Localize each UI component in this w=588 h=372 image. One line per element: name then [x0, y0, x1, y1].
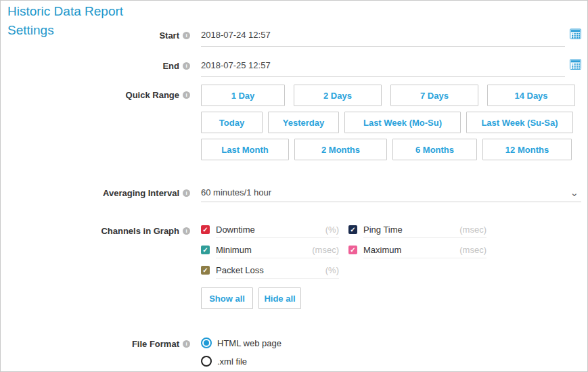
checkbox-checked[interactable]: ✓: [348, 246, 357, 254]
checkmark-icon: ✓: [202, 246, 208, 254]
settings-form: Starti 2018-07-24 12:57: [1, 25, 587, 372]
channel-ping-time: ✓ Ping Time (msec): [348, 225, 487, 238]
channel-grid: ✓ Downtime (%) ✓ Ping Time (msec): [201, 225, 581, 279]
quick-range-14-days-button[interactable]: 14 Days: [487, 85, 575, 106]
show-all-button[interactable]: Show all: [201, 287, 253, 309]
file-format-label-cell: File Formati: [1, 338, 190, 349]
end-row: Endi 2018-07-25 12:57: [1, 55, 587, 77]
quick-range-6-months-button[interactable]: 6 Months: [392, 139, 477, 160]
info-icon[interactable]: i: [183, 340, 190, 348]
channels-label-cell: Channels in Graphi: [1, 225, 190, 236]
radio-label: HTML web page: [217, 338, 281, 348]
file-format-options: HTML web page .xml file .csv file: [201, 338, 581, 372]
channel-label: Packet Loss: [216, 265, 264, 275]
end-label: End: [162, 61, 179, 71]
start-label: Start: [159, 30, 179, 41]
checkmark-icon: ✓: [202, 225, 208, 234]
end-date-input[interactable]: 2018-07-25 12:57: [201, 55, 565, 77]
end-control: 2018-07-25 12:57: [201, 55, 581, 77]
start-label-cell: Starti: [1, 25, 190, 41]
quick-range-today-button[interactable]: Today: [201, 112, 263, 133]
channel-downtime: ✓ Downtime (%): [201, 225, 339, 238]
info-icon[interactable]: i: [183, 91, 190, 99]
radio-unselected-icon[interactable]: [201, 356, 212, 367]
show-hide-buttons: Show all Hide all: [201, 287, 581, 309]
averaging-interval-label: Averaging Interval: [103, 188, 179, 198]
quick-range-buttons: 1 Day 2 Days 7 Days 14 Days Today Yester…: [201, 85, 581, 166]
channel-packet-loss: ✓ Packet Loss (%): [201, 265, 339, 279]
calendar-icon[interactable]: [570, 59, 581, 70]
channel-maximum: ✓ Maximum (msec): [348, 245, 487, 258]
file-format-label: File Format: [132, 339, 179, 349]
channel-unit: (msec): [459, 225, 487, 235]
quick-range-last-week-mo-su-button[interactable]: Last Week (Mo-Su): [344, 112, 461, 133]
hide-all-button[interactable]: Hide all: [258, 287, 301, 309]
channels-row: Channels in Graphi ✓ Downtime (%) ✓: [1, 225, 587, 309]
radio-selected-icon[interactable]: [201, 338, 212, 348]
page-title-line1: Historic Data Report: [7, 2, 163, 21]
quick-range-7-days-button[interactable]: 7 Days: [390, 85, 478, 106]
quick-range-yesterday-button[interactable]: Yesterday: [268, 112, 339, 133]
quick-range-row: Quick Rangei 1 Day 2 Days 7 Days 14 Days…: [1, 85, 587, 166]
end-label-cell: Endi: [1, 55, 190, 71]
channel-label: Maximum: [363, 245, 401, 255]
channel-unit: (%): [325, 225, 339, 235]
radio-label: .xml file: [217, 356, 247, 367]
calendar-icon[interactable]: [570, 28, 581, 39]
checkbox-checked[interactable]: ✓: [201, 246, 210, 254]
checkbox-checked[interactable]: ✓: [201, 266, 210, 275]
historic-data-report-settings-page: Historic Data Report Settings Starti 201…: [0, 0, 588, 372]
channel-label: Minimum: [216, 245, 252, 255]
channel-minimum: ✓ Minimum (msec): [201, 245, 339, 258]
file-format-row: File Formati HTML web page .xml file .cs…: [1, 338, 587, 372]
channel-label: Downtime: [216, 225, 255, 235]
checkmark-icon: ✓: [350, 225, 355, 234]
quick-range-12-months-button[interactable]: 12 Months: [482, 139, 572, 160]
channel-unit: (msec): [312, 245, 339, 255]
start-control: 2018-07-24 12:57: [201, 25, 581, 47]
checkmark-icon: ✓: [202, 266, 208, 275]
averaging-label-cell: Averaging Intervali: [1, 183, 190, 198]
checkbox-checked[interactable]: ✓: [348, 225, 357, 234]
averaging-interval-value: 60 minutes/1 hour: [201, 187, 570, 197]
chevron-down-icon: ⌄: [570, 189, 579, 196]
channel-unit: (%): [325, 265, 339, 275]
info-icon[interactable]: i: [183, 62, 190, 70]
averaging-interval-select[interactable]: 60 minutes/1 hour ⌄: [201, 183, 581, 202]
quick-range-2-days-button[interactable]: 2 Days: [294, 85, 382, 106]
checkbox-checked[interactable]: ✓: [201, 225, 210, 234]
info-icon[interactable]: i: [183, 227, 190, 235]
channels-in-graph-label: Channels in Graph: [101, 226, 179, 236]
quick-range-last-month-button[interactable]: Last Month: [201, 139, 289, 160]
checkmark-icon: ✓: [350, 246, 355, 254]
channels-control: ✓ Downtime (%) ✓ Ping Time (msec): [201, 225, 581, 309]
info-icon[interactable]: i: [183, 32, 190, 39]
quick-range-2-months-button[interactable]: 2 Months: [294, 139, 387, 160]
start-row: Starti 2018-07-24 12:57: [1, 25, 587, 47]
averaging-interval-row: Averaging Intervali 60 minutes/1 hour ⌄: [1, 183, 587, 202]
quick-range-1-day-button[interactable]: 1 Day: [201, 85, 285, 106]
channel-label: Ping Time: [363, 225, 403, 235]
quick-range-label-cell: Quick Rangei: [1, 85, 190, 100]
start-date-input[interactable]: 2018-07-24 12:57: [201, 25, 565, 47]
quick-range-last-week-su-sa-button[interactable]: Last Week (Su-Sa): [466, 112, 573, 133]
radio-html-web-page[interactable]: HTML web page: [201, 338, 581, 348]
channel-unit: (msec): [459, 245, 487, 255]
info-icon[interactable]: i: [183, 189, 190, 197]
radio-xml-file[interactable]: .xml file: [201, 356, 581, 367]
quick-range-label: Quick Range: [126, 90, 179, 100]
averaging-control: 60 minutes/1 hour ⌄: [201, 183, 581, 202]
